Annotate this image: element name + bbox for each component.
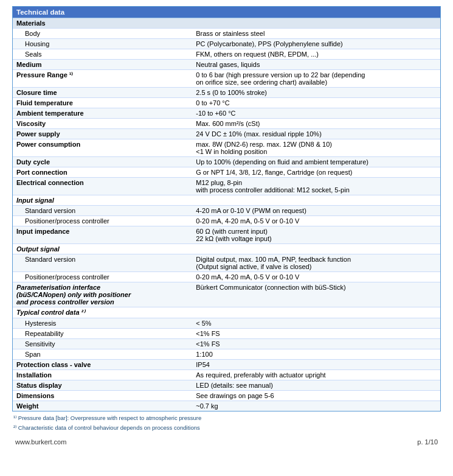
row-label: Weight bbox=[13, 401, 192, 411]
row-label: Seals bbox=[13, 49, 192, 60]
row-value: Max. 600 mm²/s (cSt) bbox=[192, 119, 440, 129]
row-value: 0-20 mA, 4-20 mA, 0-5 V or 0-10 V bbox=[192, 272, 440, 282]
row-value: See drawings on page 5-6 bbox=[192, 391, 440, 401]
row-label: Sensitivity bbox=[13, 339, 192, 349]
row-label: Pressure Range ¹⁾ bbox=[13, 70, 192, 88]
row-label: Hysteresis bbox=[13, 318, 192, 329]
row-value: Digital output, max. 100 mA, PNP, feedba… bbox=[192, 254, 440, 272]
footnote-2: ²⁾ Characteristic data of control behavi… bbox=[12, 424, 441, 431]
row-label: Duty cycle bbox=[13, 157, 192, 167]
row-label: Body bbox=[13, 29, 192, 39]
row-value: IP54 bbox=[192, 360, 440, 370]
row-value: 24 V DC ± 10% (max. residual ripple 10%) bbox=[192, 129, 440, 139]
row-value: Brass or stainless steel bbox=[192, 29, 440, 39]
row-label: Power supply bbox=[13, 129, 192, 139]
row-value: 60 Ω (with current input)22 kΩ (with vol… bbox=[192, 226, 440, 244]
row-value: 0 to +70 °C bbox=[192, 98, 440, 108]
row-label: Parameterisation interface(büS/CANopen) … bbox=[13, 282, 192, 307]
footer-page: p. 1/10 bbox=[417, 438, 438, 446]
row-value: max. 8W (DN2-6) resp. max. 12W (DN8 & 10… bbox=[192, 139, 440, 157]
row-label: Electrical connection bbox=[13, 178, 192, 195]
row-value: -10 to +60 °C bbox=[192, 108, 440, 119]
row-label: Repeatability bbox=[13, 329, 192, 339]
row-value: 1:100 bbox=[192, 349, 440, 360]
row-value: As required, preferably with actuator up… bbox=[192, 370, 440, 380]
row-value: M12 plug, 8-pinwith process controller a… bbox=[192, 178, 440, 195]
subsection-label: Typical control data ²⁾ bbox=[13, 307, 440, 318]
row-label: Dimensions bbox=[13, 391, 192, 401]
row-label: Installation bbox=[13, 370, 192, 380]
row-label: Closure time bbox=[13, 88, 192, 98]
row-value: G or NPT 1/4, 3/8, 1/2, flange, Cartridg… bbox=[192, 167, 440, 178]
row-label: Medium bbox=[13, 60, 192, 70]
row-label: Standard version bbox=[13, 254, 192, 272]
technical-data-table: Technical dataMaterialsBodyBrass or stai… bbox=[12, 6, 441, 411]
row-value: 2.5 s (0 to 100% stroke) bbox=[192, 88, 440, 98]
row-label: Protection class - valve bbox=[13, 360, 192, 370]
footer-website: www.burkert.com bbox=[15, 438, 66, 446]
section-label: Materials bbox=[13, 18, 440, 29]
row-label: Housing bbox=[13, 39, 192, 49]
row-value: < 5% bbox=[192, 318, 440, 329]
row-value: <1% FS bbox=[192, 329, 440, 339]
table-header: Technical data bbox=[13, 7, 440, 18]
footer-bar: www.burkert.com p. 1/10 bbox=[12, 438, 441, 446]
row-label: Port connection bbox=[13, 167, 192, 178]
row-label: Power consumption bbox=[13, 139, 192, 157]
row-value: 0-20 mA, 4-20 mA, 0-5 V or 0-10 V bbox=[192, 216, 440, 226]
row-label: Status display bbox=[13, 380, 192, 391]
row-label: Fluid temperature bbox=[13, 98, 192, 108]
row-value: FKM, others on request (NBR, EPDM, ...) bbox=[192, 49, 440, 60]
row-value: 0 to 6 bar (high pressure version up to … bbox=[192, 70, 440, 88]
subsection-label: Input signal bbox=[13, 195, 440, 206]
subsection-label: Output signal bbox=[13, 244, 440, 254]
row-value: PC (Polycarbonate), PPS (Polyphenylene s… bbox=[192, 39, 440, 49]
row-value: 4-20 mA or 0-10 V (PWM on request) bbox=[192, 206, 440, 216]
row-value: LED (details: see manual) bbox=[192, 380, 440, 391]
row-label: Input impedance bbox=[13, 226, 192, 244]
row-label: Span bbox=[13, 349, 192, 360]
row-value: Up to 100% (depending on fluid and ambie… bbox=[192, 157, 440, 167]
row-value: <1% FS bbox=[192, 339, 440, 349]
row-value: Neutral gases, liquids bbox=[192, 60, 440, 70]
row-label: Ambient temperature bbox=[13, 108, 192, 119]
footnote-1: ¹⁾ Pressure data [bar]: Overpressure wit… bbox=[12, 415, 441, 421]
row-value: ~0.7 kg bbox=[192, 401, 440, 411]
row-label: Positioner/process controller bbox=[13, 272, 192, 282]
row-label: Positioner/process controller bbox=[13, 216, 192, 226]
row-value: Bürkert Communicator (connection with bü… bbox=[192, 282, 440, 307]
row-label: Standard version bbox=[13, 206, 192, 216]
row-label: Viscosity bbox=[13, 119, 192, 129]
